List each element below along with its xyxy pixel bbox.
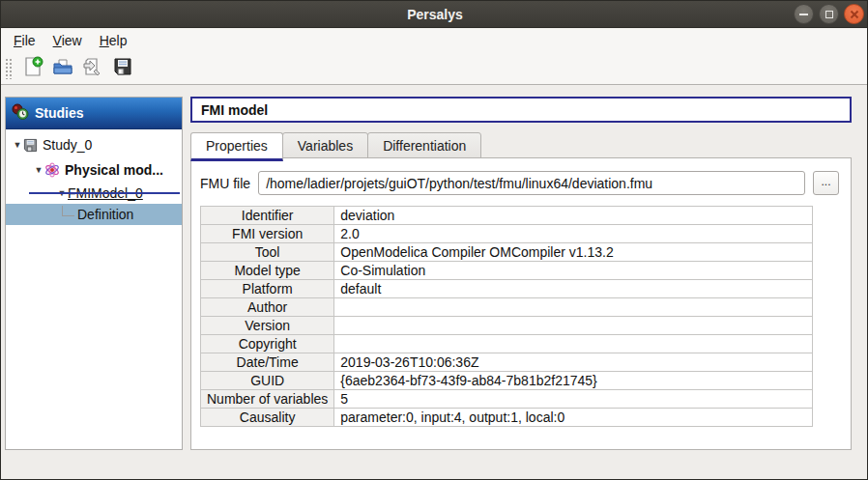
table-row: Date/Time 2019-03-26T10:06:36Z [201, 353, 813, 372]
save-study-button[interactable] [107, 54, 137, 83]
expand-arrow-icon[interactable]: ▼ [12, 140, 23, 150]
menu-view[interactable]: View [44, 31, 91, 50]
property-name: Model type [201, 262, 334, 280]
fmu-file-label: FMU file [200, 176, 250, 191]
property-value: Co-Simulation [334, 262, 813, 280]
property-name: Version [201, 317, 334, 335]
tree-branch-line [62, 206, 74, 216]
fmu-file-row: FMU file ... [200, 171, 839, 195]
table-row: Copyright [201, 335, 813, 353]
tab-differentiation[interactable]: Differentiation [367, 132, 481, 158]
table-row: GUID {6aeb2364-bf73-43f9-ab84-7b81b2f217… [201, 372, 813, 390]
tree-item-label: Definition [77, 207, 133, 222]
property-value: default [334, 280, 813, 298]
atom-icon [44, 162, 60, 178]
property-name: Tool [201, 243, 334, 262]
table-row: Author [201, 298, 813, 317]
import-script-button[interactable] [77, 54, 107, 83]
floppy-icon [23, 138, 38, 153]
close-button[interactable] [844, 4, 864, 24]
table-row: FMI version 2.0 [201, 225, 813, 243]
fmu-file-input[interactable] [258, 171, 805, 195]
menu-help[interactable]: Help [91, 31, 136, 50]
property-name: GUID [201, 372, 334, 390]
titlebar[interactable]: Persalys [1, 1, 868, 28]
close-icon [850, 10, 859, 19]
tab-bar: Properties Variables Differentiation [190, 132, 480, 161]
maximize-icon [825, 11, 833, 18]
app-window: Persalys File View Help [0, 0, 868, 480]
open-study-icon [52, 56, 73, 81]
window-title: Persalys [1, 1, 868, 28]
browse-button[interactable]: ... [813, 171, 839, 195]
table-row: Number of variables 5 [201, 390, 813, 409]
table-row: Model type Co-Simulation [201, 262, 813, 280]
study-tree: ▼ Study_0 ▼ [6, 134, 182, 225]
maximize-button[interactable] [819, 4, 839, 24]
studies-header-label: Studies [35, 105, 84, 121]
toolbar [1, 52, 868, 85]
property-value: {6aeb2364-bf73-43f9-ab84-7b81b2f21745} [334, 372, 813, 390]
window-controls [794, 4, 864, 24]
property-value: parameter:0, input:4, output:1, local:0 [334, 409, 813, 427]
property-name: Platform [201, 280, 334, 298]
property-value [334, 298, 813, 317]
property-name: Date/Time [201, 353, 334, 372]
tree-item-physical-model[interactable]: ▼ Physical mod... [6, 159, 182, 181]
save-study-icon [112, 56, 133, 81]
new-study-button[interactable] [17, 54, 47, 83]
tree-item-label: Physical mod... [65, 162, 163, 178]
import-script-icon [82, 56, 103, 81]
minimize-button[interactable] [794, 4, 814, 24]
current-study-underline [29, 192, 180, 194]
tab-variables[interactable]: Variables [282, 132, 368, 158]
studies-panel: Studies ▼ Study_0 [5, 97, 183, 450]
expand-arrow-icon[interactable]: ▼ [33, 165, 44, 175]
property-name: Number of variables [201, 390, 334, 409]
property-name: Author [201, 298, 334, 317]
property-name: Causality [201, 409, 334, 427]
tree-item-label: Study_0 [43, 137, 92, 153]
property-name: Copyright [201, 335, 334, 353]
table-row: Version [201, 317, 813, 335]
minimize-icon [799, 14, 808, 15]
properties-tab-pane: FMU file ... Identifier deviation FMI ve… [190, 157, 852, 450]
studies-header: Studies [6, 98, 182, 129]
property-name: FMI version [201, 225, 334, 243]
property-name: Identifier [201, 207, 334, 225]
table-row: Causality parameter:0, input:4, output:1… [201, 409, 813, 427]
table-row: Tool OpenModelica Compiler OMCompiler v1… [201, 243, 813, 262]
studies-icon [12, 103, 29, 124]
menubar: File View Help [1, 29, 868, 52]
property-value: deviation [334, 207, 813, 225]
menu-file[interactable]: File [5, 31, 44, 50]
table-row: Identifier deviation [201, 207, 813, 225]
property-value [334, 317, 813, 335]
page-title-text: FMI model [201, 102, 268, 118]
tree-item-study-0[interactable]: ▼ Study_0 [6, 134, 182, 155]
property-value: 2019-03-26T10:06:36Z [334, 353, 813, 372]
property-value [334, 335, 813, 353]
open-study-button[interactable] [47, 54, 77, 83]
property-value: OpenModelica Compiler OMCompiler v1.13.2 [334, 243, 813, 262]
toolbar-drag-handle[interactable] [5, 58, 12, 79]
property-value: 5 [334, 390, 813, 409]
page-title: FMI model [190, 97, 852, 123]
table-row: Platform default [201, 280, 813, 298]
tab-properties[interactable]: Properties [190, 132, 283, 161]
fmu-properties-table: Identifier deviation FMI version 2.0 Too… [200, 206, 813, 427]
property-value: 2.0 [334, 225, 813, 243]
new-study-icon [22, 56, 43, 81]
tree-item-definition[interactable]: Definition [6, 204, 182, 225]
